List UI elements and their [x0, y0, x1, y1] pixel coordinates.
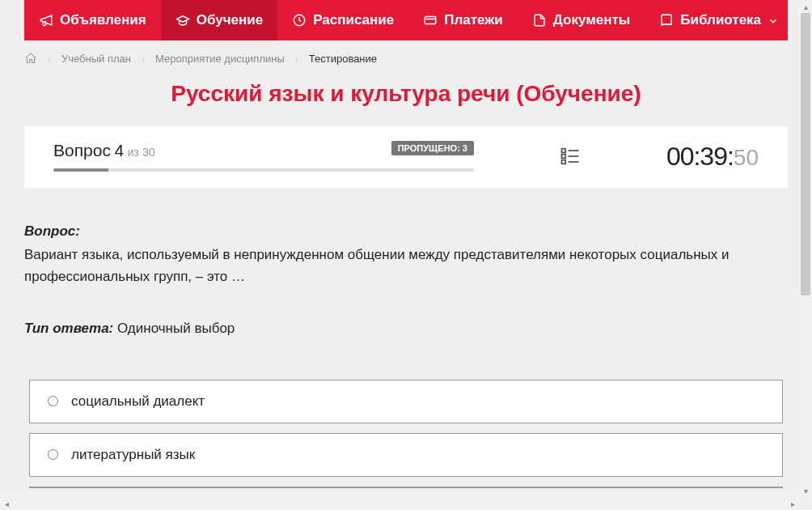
nav-schedule[interactable]: Расписание	[277, 0, 408, 40]
svg-rect-1	[425, 17, 436, 24]
book-icon	[659, 13, 674, 28]
status-panel: Вопрос 4 из 30 ПРОПУЩЕНО: 3 00:39: 50	[24, 126, 788, 188]
scroll-track[interactable]	[13, 497, 786, 510]
top-nav: Объявления Обучение Расписание Платежи Д…	[24, 0, 788, 40]
nav-education[interactable]: Обучение	[161, 0, 277, 40]
question-body: Вопрос: Вариант языка, используемый в не…	[0, 188, 812, 339]
scrollbar-corner	[799, 497, 812, 510]
skipped-badge: ПРОПУЩЕНО: 3	[391, 141, 474, 155]
answer-type-value: Одиночный выбор	[117, 321, 235, 336]
nav-payments[interactable]: Платежи	[408, 0, 518, 40]
answer-option[interactable]: литературный язык	[29, 433, 783, 477]
scroll-left-arrow-icon[interactable]: ◂	[0, 497, 13, 510]
answer-type: Тип ответа: Одиночный выбор	[24, 317, 788, 339]
question-prefix: Вопрос	[53, 141, 111, 159]
chevron-right-icon	[139, 54, 147, 62]
scroll-thumb[interactable]	[801, 13, 810, 295]
question-total: 30	[142, 146, 155, 159]
svg-rect-2	[561, 149, 565, 153]
answer-option-cutoff	[29, 487, 783, 488]
svg-rect-4	[561, 160, 565, 164]
radio-input[interactable]	[48, 396, 58, 406]
progress-fill	[53, 168, 108, 172]
clock-icon	[292, 13, 307, 28]
svg-rect-3	[561, 155, 565, 159]
horizontal-scrollbar[interactable]: ◂ ▸	[0, 497, 799, 510]
status-mid	[474, 145, 666, 168]
answer-option[interactable]: социальный диалект	[29, 380, 783, 423]
of-word: из	[128, 146, 139, 159]
answer-options: социальный диалект литературный язык	[0, 339, 812, 488]
timer-seconds: 50	[734, 145, 759, 171]
option-label: социальный диалект	[71, 393, 205, 410]
question-list-icon[interactable]	[559, 145, 582, 168]
nav-label: Объявления	[60, 12, 146, 28]
option-label: литературный язык	[71, 447, 195, 463]
page-title: Русский язык и культура речи (Обучение)	[0, 73, 812, 126]
scroll-up-arrow-icon[interactable]: ▴	[799, 0, 812, 13]
document-icon	[532, 13, 547, 28]
scroll-right-arrow-icon[interactable]: ▸	[786, 497, 799, 510]
vertical-scrollbar[interactable]: ▴ ▾	[799, 0, 812, 497]
chevron-right-icon	[293, 54, 301, 62]
question-text: Вариант языка, используемый в непринужде…	[24, 244, 788, 287]
breadcrumb-current: Тестирование	[309, 53, 377, 65]
megaphone-icon	[39, 13, 53, 28]
nav-announcements[interactable]: Объявления	[24, 0, 161, 40]
chevron-right-icon	[45, 54, 53, 62]
breadcrumb-link[interactable]: Мероприятие дисциплины	[155, 53, 285, 65]
breadcrumb: Учебный план Мероприятие дисциплины Тест…	[0, 40, 812, 73]
timer-main: 00:39:	[666, 142, 734, 172]
nav-label: Расписание	[313, 12, 394, 28]
nav-label: Документы	[553, 12, 631, 28]
question-number: 4	[114, 141, 124, 159]
scroll-track[interactable]	[799, 13, 812, 484]
graduation-cap-icon	[176, 13, 190, 28]
question-label: Вопрос:	[24, 220, 788, 242]
nav-library[interactable]: Библиотека	[645, 0, 793, 40]
timer: 00:39: 50	[666, 142, 759, 172]
home-icon[interactable]	[24, 52, 37, 65]
question-progress: Вопрос 4 из 30 ПРОПУЩЕНО: 3	[53, 141, 474, 172]
breadcrumb-link[interactable]: Учебный план	[61, 53, 131, 65]
nav-label: Библиотека	[680, 12, 761, 28]
progress-bar	[53, 168, 474, 172]
answer-type-label: Тип ответа:	[24, 321, 113, 336]
nav-documents[interactable]: Документы	[518, 0, 645, 40]
credit-card-icon	[423, 13, 438, 28]
nav-label: Платежи	[444, 12, 503, 28]
scroll-down-arrow-icon[interactable]: ▾	[799, 484, 812, 497]
chevron-down-icon	[768, 15, 779, 26]
nav-label: Обучение	[197, 12, 263, 28]
radio-input[interactable]	[48, 449, 58, 460]
